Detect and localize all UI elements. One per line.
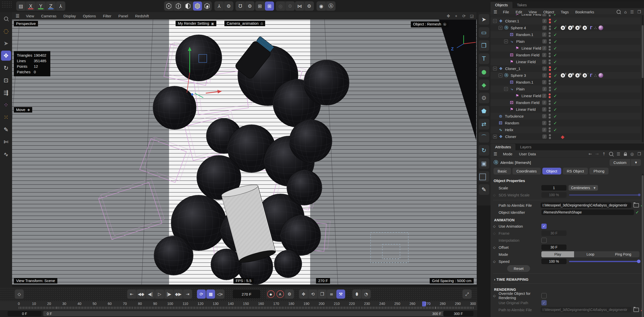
axis-z-button[interactable]: Z <box>46 2 56 11</box>
modeling-axis-settings-gear[interactable]: ⚙ <box>224 2 233 11</box>
snap-magnet-icon[interactable]: Ω <box>236 2 245 11</box>
prev-key-button[interactable]: ◀◆ <box>137 290 145 299</box>
use-animation-checkbox[interactable]: ✓ <box>541 224 547 229</box>
zoom-view-icon[interactable]: ⌖ <box>453 13 460 19</box>
play-button[interactable]: ▷ <box>155 290 164 299</box>
tree-row-random-field[interactable]: ⚄Random Field∕✓ <box>491 52 640 58</box>
a-dots-tag[interactable]: a∵ <box>583 25 588 30</box>
tree-row-sphere-3[interactable]: −ⓐSphere 3∕✓a↕a▩a▥a∵Γ∴ <box>491 72 640 79</box>
visibility-dots[interactable] <box>549 100 551 105</box>
edit-toggle[interactable]: ∕ <box>542 80 546 84</box>
key-filter-button[interactable]: ⚒ <box>336 290 345 299</box>
edit-toggle[interactable]: ∕ <box>542 87 547 91</box>
enable-check[interactable]: ✓ <box>553 32 558 37</box>
visibility-dots[interactable] <box>549 134 551 139</box>
symmetry-settings-gear[interactable]: ⚙ <box>305 2 314 11</box>
soft-selection-tool[interactable]: ⁘ <box>1 100 11 110</box>
mode-play[interactable]: Play <box>541 251 574 257</box>
viewport-menu-filter[interactable]: Filter <box>99 14 115 18</box>
a-scale-tag[interactable]: a↕ <box>561 73 566 78</box>
visibility-dots[interactable] <box>549 127 551 132</box>
reset-button[interactable]: Reset <box>507 265 530 272</box>
viewport-menu-cameras[interactable]: Cameras <box>38 14 60 18</box>
filter-icon[interactable]: ☰ <box>630 10 634 14</box>
rotate-tool[interactable]: ↻ <box>1 63 11 73</box>
edit-toggle[interactable]: ∕ <box>542 26 547 30</box>
tree-row-random[interactable]: ⚄Random∕✓ <box>491 120 640 126</box>
keyframe-diamond[interactable]: ◇ <box>493 245 499 249</box>
tree-row-linear-field[interactable]: ⚑Linear Field∕✓ <box>491 92 640 99</box>
points-mode[interactable] <box>164 2 173 11</box>
edit-toggle[interactable]: ∕ <box>542 100 546 105</box>
tree-row-turbulence[interactable]: ⊚Turbulence∕✓ <box>491 113 640 120</box>
frame-field[interactable]: 30 F <box>541 230 567 236</box>
mouse-record-button[interactable]: ⬮ <box>352 290 361 299</box>
edit-toggle[interactable]: ∕ <box>542 14 546 16</box>
edit-toggle[interactable]: ∕ <box>542 94 546 98</box>
symmetry-icon[interactable]: ⋈ <box>295 2 304 11</box>
enable-check[interactable]: ✓ <box>553 114 558 119</box>
tree-row-plain[interactable]: −⤷Plain∕✓ <box>491 38 640 45</box>
autokey-button[interactable]: A <box>276 290 285 299</box>
browse-folder-icon[interactable] <box>633 308 639 312</box>
edit-toggle[interactable]: ∕ <box>542 121 546 125</box>
attr-pill-coordinates[interactable]: Coordinates <box>512 168 541 174</box>
tree-row-cloner_1[interactable]: −❖Cloner_1∕✓ <box>491 65 640 72</box>
key-pla-button[interactable]: ≡ <box>327 290 336 299</box>
toggle-view-icon[interactable]: ◲ <box>468 13 475 19</box>
move-tool[interactable]: ✥ <box>1 51 11 61</box>
play-range-button[interactable]: ▦ <box>206 290 215 299</box>
next-key-button[interactable]: ◆▶ <box>174 290 183 299</box>
a-square-tag[interactable]: a▩ <box>568 25 574 30</box>
visibility-dots[interactable] <box>549 32 551 37</box>
keyframe-diamond[interactable]: ◇ <box>493 294 499 298</box>
sweep-icon[interactable]: ⌒ <box>479 132 489 143</box>
prev-frame-button[interactable]: ◀| <box>146 290 155 299</box>
a-square-tag[interactable]: a▩ <box>568 73 574 78</box>
menu-object[interactable]: Object <box>540 10 557 14</box>
interpolation-checkbox[interactable] <box>541 238 547 243</box>
tree-row-random-1[interactable]: ⚄Random.1∕✓ <box>491 79 640 86</box>
transform-tool[interactable]: ⇶ <box>1 88 11 98</box>
viewport-menu-panel[interactable]: Panel <box>115 14 132 18</box>
unit-dropdown[interactable]: Centimeters▼ <box>569 185 598 191</box>
viewport-menu-options[interactable]: Options <box>79 14 100 18</box>
enable-check[interactable]: ✓ <box>553 59 558 64</box>
path-to-alembic-file-field[interactable]: I:\Mesopeel_3d\Depigmenting\C4d\abyss_de… <box>541 202 632 208</box>
camera-icon[interactable]: ▣ <box>479 158 489 169</box>
object-identifier-field[interactable]: /Remesh/RemeshShape <box>541 209 634 215</box>
viewport-menu-view[interactable]: View <box>22 14 37 18</box>
edges-mode[interactable] <box>174 2 183 11</box>
browse-folder-icon[interactable] <box>633 203 639 207</box>
a-grid-tag[interactable]: a▥ <box>575 73 581 78</box>
enable-check[interactable]: ✓ <box>554 25 559 30</box>
menu-user-data[interactable]: User Data <box>516 152 539 156</box>
menu-tags[interactable]: Tags <box>557 10 572 14</box>
lock-icon[interactable] <box>624 154 627 156</box>
enable-check[interactable]: ✓ <box>553 14 558 17</box>
retarget-icon[interactable]: ⇄ <box>479 119 489 129</box>
enable-check[interactable]: ✓ <box>554 87 559 92</box>
speed-slider[interactable] <box>569 261 640 262</box>
modeling-axis-icon[interactable]: ⅄ <box>215 2 224 11</box>
polygons-mode[interactable] <box>183 2 192 11</box>
tree-expander[interactable]: − <box>504 87 508 91</box>
search-icon[interactable] <box>609 152 613 156</box>
menu-edit[interactable]: Edit <box>512 10 526 14</box>
edit-toggle[interactable]: ∕ <box>542 19 547 23</box>
edit-toggle[interactable]: ∕ <box>542 66 547 71</box>
tree-expander[interactable]: − <box>493 19 497 23</box>
range-slider[interactable]: 0 F 300 F <box>43 311 445 316</box>
tab-attributes[interactable]: Attributes <box>491 144 515 150</box>
preset-dropdown[interactable]: Custom <box>610 159 631 166</box>
viewport-canvas[interactable]: XZ Perspective My Render Setting▣ Camera… <box>12 20 477 285</box>
keying-settings-button[interactable]: ⚙ <box>285 290 294 299</box>
a-grid-tag[interactable]: a▥ <box>575 25 581 30</box>
edit-toggle[interactable]: ∕ <box>542 114 546 118</box>
pen-tool[interactable]: ✎ <box>1 125 11 135</box>
tree-row-helix[interactable]: ∿Helix∕✓ <box>491 126 640 133</box>
tab-objects[interactable]: Objects <box>491 2 512 8</box>
visibility-dots[interactable] <box>549 107 551 112</box>
render-setting-label[interactable]: My Render Setting▣ <box>176 21 216 26</box>
up-icon[interactable]: ↑ <box>602 152 606 156</box>
